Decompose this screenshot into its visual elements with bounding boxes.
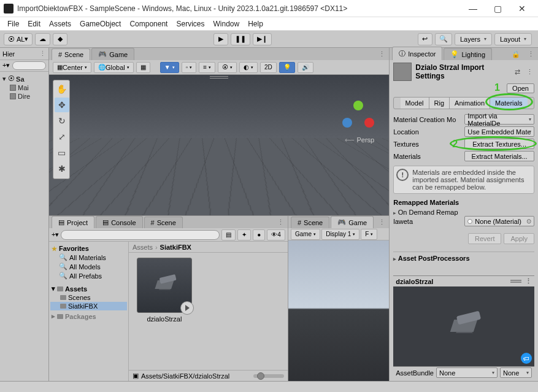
filter-icon[interactable]: ▤ <box>221 229 236 240</box>
hierarchy-item[interactable]: Mai <box>1 83 47 92</box>
minimize-button[interactable]: — <box>461 1 485 16</box>
menu-gameobject[interactable]: GameObject <box>76 18 125 29</box>
preview-header[interactable]: dzialoStrzal ⋮ <box>393 275 534 286</box>
folder-item[interactable]: Scenes <box>50 293 127 302</box>
game-view[interactable] <box>288 240 389 381</box>
menu-window[interactable]: Window <box>209 18 243 29</box>
open-button[interactable]: Open <box>507 83 534 93</box>
lock-icon[interactable]: 🔒 <box>508 48 524 60</box>
assetbundle-dropdown[interactable]: None <box>436 367 498 378</box>
fx-dropdown[interactable]: ◐ <box>239 62 258 73</box>
tab-lighting[interactable]: 💡 Lighting <box>444 48 492 60</box>
thumbnail-size-slider[interactable] <box>253 374 284 378</box>
tab-scene-game[interactable]: # Scene <box>291 217 329 228</box>
drag-handle-icon[interactable] <box>210 76 228 79</box>
hierarchy-tab[interactable]: Hier <box>2 50 15 58</box>
shading-mode[interactable]: ▫ <box>182 62 197 73</box>
hand-tool[interactable]: ✋ <box>55 82 69 96</box>
asset-thumbnail[interactable]: dzialoStrzal <box>134 258 195 323</box>
scale-tool[interactable]: ⤢ <box>55 129 69 144</box>
lighting-toggle-icon[interactable]: 💡 <box>279 62 295 73</box>
material-mode-dropdown[interactable]: Import via MaterialDe <box>464 114 534 125</box>
breadcrumb-leaf[interactable]: SiatkiFBX <box>160 244 191 251</box>
assets-header[interactable]: ▾ Assets <box>50 284 127 293</box>
display-dropdown[interactable]: Display 1 <box>321 229 359 240</box>
transform-tool[interactable]: ✱ <box>55 161 69 176</box>
preview-drag-icon[interactable] <box>510 280 521 283</box>
menu-edit[interactable]: Edit <box>24 18 44 29</box>
panel-menu-icon[interactable]: ⋮ <box>524 48 538 60</box>
x-axis-icon[interactable] <box>364 118 374 128</box>
on-demand-remap-fold[interactable]: On Demand Remap <box>393 209 534 216</box>
favorite-item[interactable]: 🔍 All Prefabs <box>50 271 127 280</box>
layers-dropdown[interactable]: Layers <box>455 33 492 45</box>
hierarchy-add-button[interactable]: +▾ <box>2 61 10 70</box>
import-tab-animation[interactable]: Animation <box>450 98 490 109</box>
preview-menu-icon[interactable]: ⋮ <box>525 277 532 285</box>
menu-assets[interactable]: Assets <box>45 18 75 29</box>
tab-inspector[interactable]: ⓘ Inspector <box>392 47 442 60</box>
panel-menu-icon[interactable]: ⋮ <box>375 217 389 228</box>
menu-dots-icon[interactable]: ⋮ <box>525 67 534 77</box>
version-control-button[interactable]: ◆ <box>53 33 67 45</box>
step-button[interactable]: ▶❙ <box>253 33 272 45</box>
rect-tool[interactable]: ▭ <box>55 145 69 160</box>
presets-icon[interactable]: ⇄ <box>512 67 522 77</box>
y-axis-icon[interactable] <box>353 101 363 110</box>
game-mode-dropdown[interactable]: Game <box>291 229 320 240</box>
2d-toggle[interactable]: 2D <box>260 62 277 73</box>
apply-button[interactable]: Apply <box>504 233 534 244</box>
space-mode[interactable]: 🌐Global <box>94 62 134 73</box>
misc-dropdown-2[interactable]: ⦿ <box>218 62 237 73</box>
asset-preview[interactable]: 🏷 <box>393 286 534 366</box>
tab-scene-bottom[interactable]: # Scene <box>144 217 183 228</box>
search-button[interactable]: 🔍 <box>435 33 452 45</box>
label-filter-icon[interactable]: ● <box>253 229 265 240</box>
scene-view[interactable]: ✋ ✥ ↻ ⤢ ▭ ✱ ⟵ Persp <box>49 75 389 215</box>
menu-file[interactable]: File <box>4 18 23 29</box>
panel-menu-icon[interactable]: ⋮ <box>274 217 288 228</box>
audio-toggle-icon[interactable]: 🔊 <box>298 62 313 73</box>
extract-materials-button[interactable]: Extract Materials... <box>464 151 534 161</box>
assetbundle-variant-dropdown[interactable]: None <box>500 367 532 378</box>
tab-console[interactable]: ▤ Console <box>96 216 142 228</box>
menu-component[interactable]: Component <box>126 18 171 29</box>
menu-help[interactable]: Help <box>244 18 267 29</box>
import-tab-model[interactable]: Model <box>401 98 429 109</box>
pivot-mode[interactable]: ▦Center <box>53 62 91 73</box>
packages-header[interactable]: ▸ Packages <box>50 312 127 321</box>
orientation-gizmo[interactable] <box>340 99 377 136</box>
extract-textures-button[interactable]: Extract Textures... <box>464 139 534 149</box>
grid-snap-icon[interactable]: ▦ <box>136 62 150 73</box>
cloud-button[interactable]: ☁ <box>35 33 50 45</box>
rotate-tool[interactable]: ↻ <box>55 113 69 128</box>
layout-dropdown[interactable]: Layout <box>494 33 532 45</box>
favorite-item[interactable]: 🔍 All Materials <box>50 253 127 262</box>
z-axis-icon[interactable] <box>342 118 352 128</box>
tab-game[interactable]: 🎮 Game <box>91 48 134 60</box>
folder-item-selected[interactable]: SiatkiFBX <box>50 302 127 310</box>
close-button[interactable]: ✕ <box>510 1 534 16</box>
panel-menu-icon[interactable]: ⋮ <box>375 48 389 60</box>
project-search[interactable] <box>61 230 220 240</box>
play-button[interactable]: ▶ <box>213 33 228 45</box>
tab-game-game[interactable]: 🎮 Game <box>331 216 374 228</box>
remap-material-field[interactable]: None (Material) <box>464 216 534 226</box>
favorite-filter-icon[interactable]: ✦ <box>237 229 251 240</box>
import-tab-materials[interactable]: Materials <box>490 98 528 109</box>
location-dropdown[interactable]: Use Embedded Mate <box>464 126 534 137</box>
pause-button[interactable]: ❚❚ <box>231 33 250 45</box>
breadcrumb-root[interactable]: Assets <box>133 244 153 251</box>
hierarchy-item[interactable]: Dire <box>1 92 47 101</box>
tab-scene[interactable]: # Scene <box>52 48 90 60</box>
tab-project[interactable]: ▤ Project <box>52 216 94 228</box>
asset-label-icon[interactable]: 🏷 <box>521 353 532 364</box>
menu-services[interactable]: Services <box>172 18 208 29</box>
asset-postprocessors-fold[interactable]: Asset PostProcessors <box>393 252 534 262</box>
misc-dropdown-1[interactable]: ≡ <box>199 62 215 73</box>
move-tool[interactable]: ✥ <box>55 98 69 112</box>
hierarchy-search[interactable] <box>12 61 45 70</box>
maximize-button[interactable]: ▢ <box>485 1 510 16</box>
play-overlay-icon[interactable] <box>180 301 194 315</box>
account-button[interactable]: ⦿ AL ▾ <box>4 33 33 45</box>
